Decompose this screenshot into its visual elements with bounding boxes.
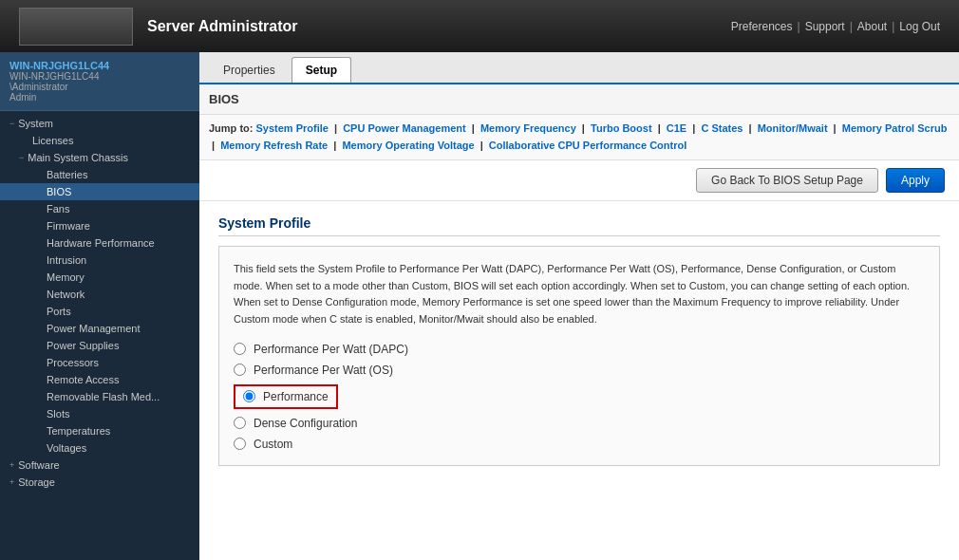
- system-profile-description: This field sets the System Profile to Pe…: [234, 261, 925, 327]
- radio-label-perf-watt-os: Performance Per Watt (OS): [254, 364, 393, 377]
- jump-link-9[interactable]: Memory Operating Voltage: [342, 140, 474, 151]
- collapse-icon[interactable]: −: [9, 119, 14, 128]
- header: Server Administrator Preferences | Suppo…: [0, 0, 959, 52]
- tab-properties[interactable]: Properties: [209, 57, 290, 83]
- bios-header: BIOS: [199, 84, 959, 115]
- bios-title: BIOS: [209, 89, 950, 109]
- sidebar-item-main-chassis[interactable]: −Main System Chassis: [0, 149, 199, 166]
- sidebar-item-fans[interactable]: Fans: [0, 200, 199, 217]
- dell-logo: [19, 8, 133, 46]
- radio-performance[interactable]: [243, 390, 255, 402]
- radio-item-performance[interactable]: Performance: [234, 384, 338, 409]
- sidebar-item-power-supplies[interactable]: Power Supplies: [0, 337, 199, 354]
- sidebar-item-licenses[interactable]: Licenses: [0, 132, 199, 149]
- sidebar-item-label-storage: Storage: [18, 476, 55, 488]
- jump-link-0[interactable]: System Profile: [256, 122, 329, 134]
- jump-link-8[interactable]: Memory Refresh Rate: [220, 140, 328, 151]
- jump-link-7[interactable]: Memory Patrol Scrub: [842, 122, 948, 134]
- sidebar-item-firmware[interactable]: Firmware: [0, 217, 199, 234]
- sidebar-item-label-fans: Fans: [47, 203, 69, 215]
- sidebar-item-label-bios: BIOS: [47, 186, 71, 197]
- sidebar-item-removable-flash[interactable]: Removable Flash Med...: [0, 388, 199, 405]
- sidebar-item-label-firmware: Firmware: [47, 220, 90, 232]
- sidebar-item-bios[interactable]: BIOS: [0, 183, 199, 200]
- sidebar-item-system[interactable]: −System: [0, 115, 199, 132]
- sidebar-item-intrusion[interactable]: Intrusion: [0, 252, 199, 269]
- sidebar-item-hardware-performance[interactable]: Hardware Performance: [0, 234, 199, 252]
- sidebar-item-label-memory: Memory: [47, 271, 85, 283]
- about-link[interactable]: About: [857, 20, 887, 33]
- jump-link-4[interactable]: C1E: [667, 122, 686, 134]
- apply-button[interactable]: Apply: [886, 168, 945, 193]
- sidebar-item-label-slots: Slots: [47, 408, 69, 420]
- server-name: WIN-NRJGHG1LC44: [9, 60, 190, 71]
- sidebar-item-label-remote-access: Remote Access: [47, 374, 119, 385]
- radio-item-dense-config[interactable]: Dense Configuration: [234, 417, 925, 430]
- sidebar-item-ports[interactable]: Ports: [0, 303, 199, 320]
- header-logo-area: Server Administrator: [19, 8, 298, 46]
- jump-to-bar: Jump to: System Profile | CPU Power Mana…: [199, 115, 959, 160]
- sidebar-item-batteries[interactable]: Batteries: [0, 166, 199, 183]
- sidebar-item-voltages[interactable]: Voltages: [0, 439, 199, 457]
- sidebar-item-label-ports: Ports: [47, 306, 71, 317]
- server-info: WIN-NRJGHG1LC44 WIN-NRJGHG1LC44 \Adminis…: [0, 52, 199, 111]
- tab-setup[interactable]: Setup: [291, 57, 351, 83]
- sidebar-item-slots[interactable]: Slots: [0, 405, 199, 422]
- sidebar-item-label-power-supplies: Power Supplies: [47, 340, 119, 351]
- jump-link-1[interactable]: CPU Power Management: [343, 122, 466, 134]
- expand-icon[interactable]: +: [9, 460, 14, 470]
- sidebar-item-label-processors: Processors: [47, 357, 99, 368]
- support-link[interactable]: Support: [805, 20, 845, 33]
- sidebar-item-processors[interactable]: Processors: [0, 354, 199, 371]
- jump-link-5[interactable]: C States: [701, 122, 743, 134]
- sidebar-item-label-intrusion: Intrusion: [47, 254, 86, 266]
- main-layout: WIN-NRJGHG1LC44 WIN-NRJGHG1LC44 \Adminis…: [0, 52, 959, 560]
- jump-links-container: System Profile | CPU Power Management | …: [209, 122, 947, 151]
- sidebar-item-label-licenses: Licenses: [32, 135, 73, 146]
- tab-bar: PropertiesSetup: [199, 52, 959, 84]
- sidebar-item-temperatures[interactable]: Temperatures: [0, 422, 199, 439]
- sidebar-item-label-main-chassis: Main System Chassis: [28, 152, 128, 163]
- sidebar: WIN-NRJGHG1LC44 WIN-NRJGHG1LC44 \Adminis…: [0, 52, 199, 560]
- system-profile-title: System Profile: [218, 215, 940, 236]
- jump-link-10[interactable]: Collaborative CPU Performance Control: [489, 140, 686, 151]
- sidebar-item-label-batteries: Batteries: [47, 169, 87, 180]
- radio-label-custom: Custom: [254, 438, 292, 451]
- system-profile-box: This field sets the System Profile to Pe…: [218, 246, 940, 465]
- server-sub1: WIN-NRJGHG1LC44: [9, 71, 190, 82]
- collapse-icon[interactable]: −: [19, 153, 24, 162]
- jump-link-6[interactable]: Monitor/Mwait: [758, 122, 828, 134]
- expand-icon[interactable]: +: [9, 477, 14, 487]
- radio-perf-watt-dapc[interactable]: [234, 343, 246, 355]
- server-sub3: Admin: [9, 92, 190, 103]
- radio-label-perf-watt-dapc: Performance Per Watt (DAPC): [254, 343, 408, 356]
- sidebar-item-label-software: Software: [18, 459, 59, 471]
- sidebar-item-label-power-management: Power Management: [47, 323, 140, 334]
- radio-item-perf-watt-dapc[interactable]: Performance Per Watt (DAPC): [234, 343, 925, 356]
- sidebar-item-label-voltages: Voltages: [47, 442, 86, 454]
- sidebar-item-memory[interactable]: Memory: [0, 269, 199, 286]
- sidebar-item-software[interactable]: +Software: [0, 457, 199, 474]
- action-bar: Go Back To BIOS Setup Page Apply: [199, 160, 959, 201]
- jump-link-2[interactable]: Memory Frequency: [480, 122, 576, 134]
- app-title: Server Administrator: [147, 18, 298, 35]
- radio-dense-config[interactable]: [234, 417, 246, 429]
- logout-link[interactable]: Log Out: [899, 20, 940, 33]
- radio-group: Performance Per Watt (DAPC)Performance P…: [234, 343, 925, 451]
- radio-custom[interactable]: [234, 438, 246, 450]
- sidebar-item-label-temperatures: Temperatures: [47, 425, 110, 437]
- jump-link-3[interactable]: Turbo Boost: [591, 122, 652, 134]
- sidebar-item-storage[interactable]: +Storage: [0, 474, 199, 491]
- sidebar-tree: −SystemLicenses−Main System ChassisBatte…: [0, 111, 199, 495]
- sidebar-item-power-management[interactable]: Power Management: [0, 320, 199, 337]
- sidebar-item-remote-access[interactable]: Remote Access: [0, 371, 199, 388]
- preferences-link[interactable]: Preferences: [731, 20, 793, 33]
- sidebar-item-label-hardware-performance: Hardware Performance: [47, 237, 155, 249]
- radio-item-perf-watt-os[interactable]: Performance Per Watt (OS): [234, 364, 925, 377]
- radio-perf-watt-os[interactable]: [234, 364, 246, 376]
- sidebar-item-network[interactable]: Network: [0, 286, 199, 303]
- radio-item-custom[interactable]: Custom: [234, 438, 925, 451]
- sidebar-item-label-removable-flash: Removable Flash Med...: [47, 391, 160, 402]
- go-back-button[interactable]: Go Back To BIOS Setup Page: [696, 168, 878, 193]
- content-area: PropertiesSetup BIOS Jump to: System Pro…: [199, 52, 959, 560]
